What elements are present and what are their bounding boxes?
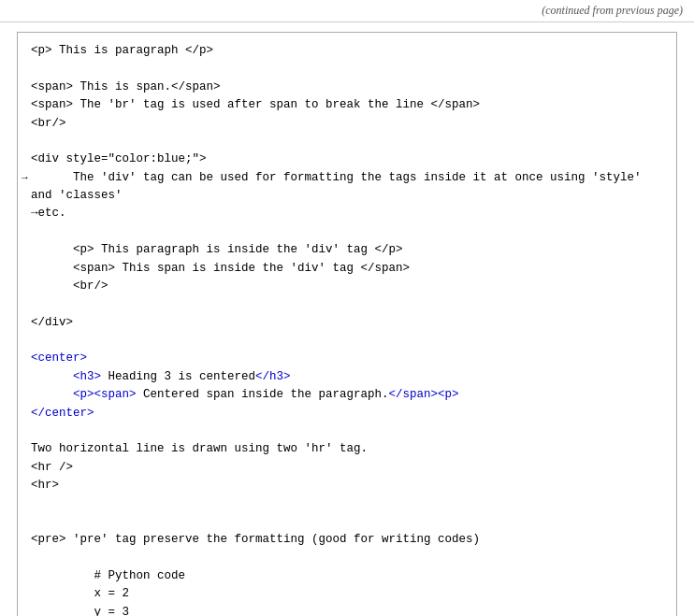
code-line: <span> This is span.</span> — [31, 79, 663, 96]
code-line-blank — [31, 494, 663, 512]
code-line: x = 2 — [31, 585, 663, 603]
blue-keyword: </h3> — [255, 370, 291, 383]
code-line: </center> — [31, 405, 663, 423]
blue-keyword: <h3> — [73, 370, 101, 383]
code-line-blank — [31, 332, 663, 350]
code-line-blank — [31, 223, 663, 241]
code-line: <br/> — [31, 278, 663, 295]
code-line: </div> — [31, 314, 663, 332]
code-line-blank — [31, 60, 663, 78]
blue-keyword: </span><p> — [389, 388, 459, 401]
code-line: <br/> — [31, 115, 663, 133]
code-wrap-line: → The 'div' tag can be used for formatti… — [31, 169, 663, 223]
code-line: <span> This span is inside the 'div' tag… — [31, 260, 663, 278]
banner-text: (continued from previous page) — [542, 4, 683, 17]
code-line: <center> — [31, 350, 663, 367]
code-line: <pre> 'pre' tag preserve the formatting … — [31, 531, 663, 549]
blue-keyword: </center> — [31, 407, 94, 420]
code-line: <p> This is paragraph </p> — [31, 42, 663, 60]
code-line: <hr> — [31, 477, 663, 494]
page-container: (continued from previous page) <p> This … — [0, 0, 694, 616]
code-line: <p> This paragraph is inside the 'div' t… — [31, 241, 663, 259]
code-line-blank — [31, 295, 663, 313]
code-line: y = 3 — [31, 604, 663, 616]
wrap-arrow: → — [22, 170, 28, 186]
code-line: <hr /> — [31, 459, 663, 477]
code-line: <p><span> Centered span inside the parag… — [31, 386, 663, 404]
code-line-blank — [31, 423, 663, 440]
code-line-text: The 'div' tag can be used for formatting… — [31, 169, 663, 223]
code-line: # Python code — [31, 567, 663, 585]
blue-keyword: <center> — [31, 351, 87, 365]
code-line-blank — [31, 550, 663, 567]
blue-keyword: <p><span> — [73, 388, 137, 401]
code-line: <div style="color:blue;"> — [31, 150, 663, 168]
code-block: <p> This is paragraph </p> <span> This i… — [17, 32, 677, 616]
continued-banner: (continued from previous page) — [0, 0, 694, 22]
code-line: <span> The 'br' tag is used after span t… — [31, 96, 663, 114]
code-line: <h3> Heading 3 is centered</h3> — [31, 368, 663, 386]
code-line-blank — [31, 133, 663, 150]
code-line-blank — [31, 513, 663, 531]
code-line: Two horizontal line is drawn using two '… — [31, 440, 663, 458]
